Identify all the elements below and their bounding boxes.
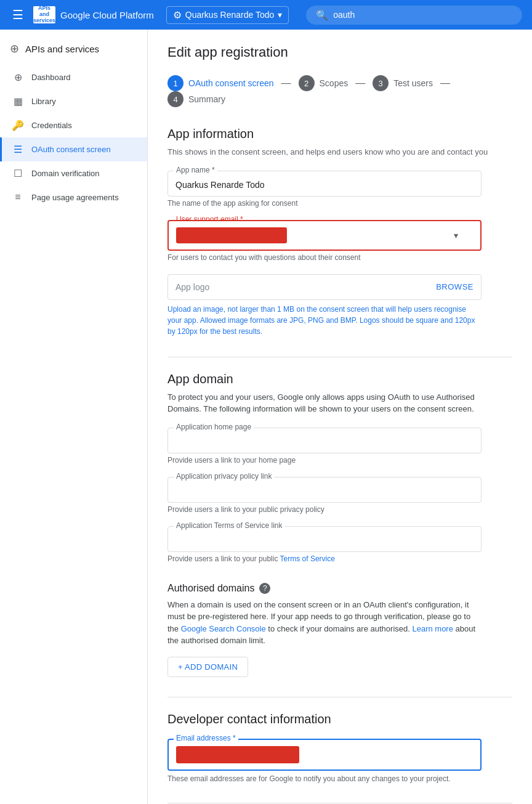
- app-domain-title: App domain: [167, 372, 512, 386]
- privacy-label: Application privacy policy link: [174, 472, 274, 481]
- step-divider-3: —: [440, 78, 450, 89]
- tos-helper: Provide users a link to your public Term…: [167, 554, 512, 563]
- add-domain-button[interactable]: + ADD DOMAIN: [167, 657, 248, 677]
- email-label: Email addresses *: [174, 734, 238, 742]
- privacy-input[interactable]: [167, 477, 482, 503]
- logo-hint-text: Upload an image, not larger than 1 MB on…: [167, 304, 482, 337]
- sidebar-item-domain[interactable]: ☐ Domain verification: [0, 161, 147, 185]
- step-3-label: Test users: [393, 78, 433, 88]
- sidebar-item-page-usage[interactable]: ≡ Page usage agreements: [0, 185, 147, 209]
- tos-link[interactable]: Terms of Service: [280, 554, 335, 563]
- tos-label: Application Terms of Service link: [174, 521, 285, 530]
- home-page-helper: Provide users a link to your home page: [167, 456, 512, 465]
- step-1-circle: 1: [167, 75, 183, 91]
- dev-contact-title: Developer contact information: [167, 712, 512, 726]
- app-logo-field: App logo BROWSE Upload an image, not lar…: [167, 274, 512, 337]
- project-name: Quarkus Renarde Todo: [185, 10, 275, 20]
- project-selector[interactable]: ⚙ Quarkus Renarde Todo ▾: [166, 6, 289, 24]
- sidebar-item-oauth[interactable]: ☰ OAuth consent screen: [0, 137, 147, 161]
- library-icon: ▦: [12, 95, 24, 107]
- authorised-domains-section: Authorised domains ? When a domain is us…: [167, 583, 512, 677]
- user-email-helper: For users to contact you with questions …: [167, 253, 512, 262]
- privacy-policy-field: Application privacy policy link Provide …: [167, 477, 512, 514]
- user-email-value: [176, 227, 287, 243]
- app-info-desc: This shows in the consent screen, and he…: [167, 146, 512, 158]
- oauth-icon: ☰: [12, 144, 24, 155]
- step-divider-2: —: [355, 78, 365, 89]
- email-input-container[interactable]: [167, 739, 482, 771]
- step-4: 4 Summary: [167, 91, 225, 107]
- authorised-domains-title: Authorised domains: [167, 583, 254, 594]
- user-email-field: User support email * ▾ For users to cont…: [167, 220, 512, 262]
- home-page-field: Application home page Provide users a li…: [167, 428, 512, 465]
- divider-2: [167, 697, 512, 697]
- sidebar-header-icon: ⊕: [10, 42, 19, 55]
- step-2: 2 Scopes: [299, 75, 349, 91]
- learn-more-link[interactable]: Learn more: [412, 624, 453, 633]
- sidebar: ⊕ APIs and services ⊕ Dashboard ▦ Librar…: [0, 30, 148, 804]
- sidebar-item-dashboard[interactable]: ⊕ Dashboard: [0, 65, 147, 89]
- app-name-helper: The name of the app asking for consent: [167, 199, 512, 208]
- project-dropdown-icon: ▾: [278, 10, 282, 20]
- user-email-select[interactable]: ▾: [167, 220, 482, 251]
- google-search-console-link[interactable]: Google Search Console: [181, 624, 266, 633]
- help-icon[interactable]: ?: [259, 583, 270, 594]
- email-value-filled: [176, 746, 299, 763]
- hamburger-icon[interactable]: ☰: [10, 5, 26, 25]
- main-content: Edit app registration 1 OAuth consent sc…: [148, 30, 532, 804]
- app-domain-section: App domain To protect you and your users…: [167, 372, 512, 563]
- divider-1: [167, 357, 512, 357]
- step-4-label: Summary: [188, 94, 225, 104]
- dev-contact-section: Developer contact information Email addr…: [167, 712, 512, 783]
- search-input[interactable]: [333, 10, 512, 20]
- step-3: 3 Test users: [373, 75, 433, 91]
- sidebar-item-label-oauth: OAuth consent screen: [31, 145, 111, 154]
- sidebar-item-label-credentials: Credentials: [31, 121, 72, 130]
- steps-nav: 1 OAuth consent screen — 2 Scopes — 3 Te…: [167, 75, 512, 107]
- credentials-icon: 🔑: [12, 120, 24, 131]
- sidebar-header: ⊕ APIs and services: [0, 30, 147, 65]
- api-logo-icon: APIs and services: [33, 6, 55, 23]
- email-helper: These email addresses are for Google to …: [167, 774, 482, 783]
- step-divider-1: —: [281, 78, 291, 89]
- dashboard-icon: ⊕: [12, 71, 24, 83]
- tos-field: Application Terms of Service link Provid…: [167, 526, 512, 563]
- step-3-circle: 3: [373, 75, 389, 91]
- step-1-label: OAuth consent screen: [188, 78, 274, 88]
- app-name-field: App name * The name of the app asking fo…: [167, 171, 512, 208]
- app-info-section: App information This shows in the consen…: [167, 127, 512, 337]
- step-2-label: Scopes: [320, 78, 349, 88]
- app-domain-desc: To protect you and your users, Google on…: [167, 391, 482, 415]
- tos-input[interactable]: [167, 526, 482, 552]
- sidebar-item-label-dashboard: Dashboard: [31, 73, 71, 82]
- sidebar-item-label-library: Library: [31, 97, 56, 106]
- logo-upload-area[interactable]: App logo BROWSE: [167, 274, 482, 300]
- search-bar[interactable]: 🔍: [306, 6, 522, 25]
- sidebar-item-label-domain: Domain verification: [31, 169, 100, 178]
- app-info-title: App information: [167, 127, 512, 141]
- app-name: Google Cloud Platform: [60, 10, 154, 20]
- email-field-wrapper: Email addresses * These email addresses …: [167, 739, 482, 783]
- page-title: Edit app registration: [167, 44, 512, 60]
- layout: ⊕ APIs and services ⊕ Dashboard ▦ Librar…: [0, 30, 532, 804]
- sidebar-item-library[interactable]: ▦ Library: [0, 89, 147, 113]
- logo-placeholder-text: App logo: [175, 282, 209, 292]
- user-email-select-wrapper: ▾: [167, 220, 482, 251]
- browse-button[interactable]: BROWSE: [436, 282, 474, 291]
- project-icon: ⚙: [173, 9, 182, 21]
- dropdown-arrow-icon: ▾: [454, 230, 458, 240]
- top-nav: ☰ APIs and services Google Cloud Platfor…: [0, 0, 532, 30]
- authorised-domains-desc: When a domain is used on the consent scr…: [167, 599, 482, 647]
- sidebar-header-label: APIs and services: [25, 44, 99, 54]
- app-name-input[interactable]: [167, 171, 482, 197]
- home-page-input[interactable]: [167, 428, 482, 453]
- step-4-circle: 4: [167, 91, 183, 107]
- step-2-circle: 2: [299, 75, 315, 91]
- sidebar-item-label-page-usage: Page usage agreements: [31, 193, 119, 202]
- sidebar-item-credentials[interactable]: 🔑 Credentials: [0, 113, 147, 137]
- domain-icon: ☐: [12, 168, 24, 179]
- search-icon: 🔍: [316, 9, 328, 21]
- home-page-label: Application home page: [174, 423, 254, 431]
- step-1: 1 OAuth consent screen: [167, 75, 274, 91]
- page-usage-icon: ≡: [12, 192, 24, 203]
